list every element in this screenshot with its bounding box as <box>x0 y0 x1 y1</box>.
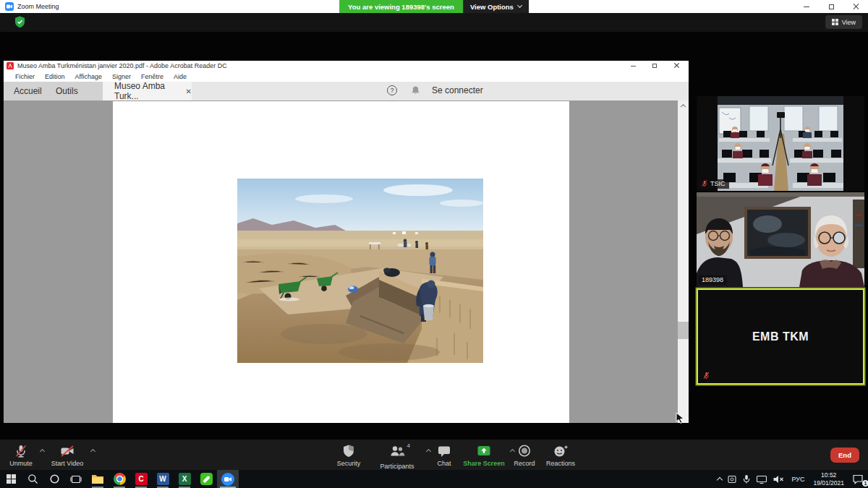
mouse-cursor <box>675 412 685 427</box>
tray-app-icon[interactable] <box>726 470 739 488</box>
menu-signer[interactable]: Signer <box>107 73 136 80</box>
muted-mic-icon <box>702 180 707 187</box>
muted-badge <box>700 371 713 381</box>
reactions-label: Reactions <box>546 460 575 467</box>
acrobat-close-button[interactable] <box>665 61 687 71</box>
word-icon: W <box>157 473 169 485</box>
tab-close-icon[interactable]: ✕ <box>186 87 192 95</box>
zoom-app-icon <box>221 473 234 486</box>
unmute-button[interactable]: Unmute <box>4 443 38 467</box>
window-title: Zoom Meeting <box>17 3 59 10</box>
acrobat-restore-button[interactable] <box>644 61 665 71</box>
shield-icon <box>341 443 357 459</box>
help-icon[interactable]: ? <box>387 85 397 95</box>
document-pane[interactable] <box>4 100 689 423</box>
task-view-button[interactable] <box>65 470 87 488</box>
minimize-icon <box>631 66 636 67</box>
muted-mic-icon <box>703 372 710 380</box>
chrome-button[interactable] <box>109 470 130 488</box>
scrollbar[interactable] <box>678 100 689 423</box>
zoom-app-button[interactable] <box>217 470 239 488</box>
tray-date: 19/01/2021 <box>813 479 844 487</box>
start-video-label: Start Video <box>51 460 83 467</box>
close-icon <box>673 63 679 69</box>
participants-button[interactable]: 4 Participants <box>374 443 420 470</box>
participant-name: TSIC <box>710 180 726 187</box>
view-options-button[interactable]: View Options <box>463 0 529 13</box>
participant-name: EMB TKM <box>752 330 809 343</box>
acrobat-document-title: Museo Amba Turkménistan janvier 2020.pdf… <box>17 62 227 69</box>
excel-icon: X <box>179 473 191 485</box>
participant-tile-tsic[interactable]: TSIC <box>697 96 864 191</box>
word-button[interactable]: W <box>152 470 174 488</box>
reactions-button[interactable]: Reactions <box>542 443 579 467</box>
close-button[interactable] <box>843 0 868 13</box>
tray-mic-icon[interactable] <box>741 470 752 488</box>
participant-name: 189398 <box>702 276 723 283</box>
record-label: Record <box>514 460 535 467</box>
meeting-security-shield-icon[interactable] <box>14 16 25 31</box>
hidden-icons-chevron[interactable] <box>716 470 723 488</box>
close-icon <box>853 4 859 9</box>
menu-fichier[interactable]: Fichier <box>10 73 40 80</box>
notifications-bell-icon[interactable] <box>411 85 420 98</box>
participants-caret[interactable] <box>426 449 431 454</box>
participant-name-badge: TSIC <box>699 179 729 189</box>
menu-edition[interactable]: Edition <box>40 73 70 80</box>
minimize-button[interactable] <box>794 0 819 13</box>
tab-document[interactable]: Museo Amba Turk... ✕ <box>103 82 192 100</box>
c-app-button[interactable]: C <box>130 470 152 488</box>
tray-volume-muted-icon[interactable] <box>771 470 786 488</box>
pdf-file-icon <box>7 62 14 69</box>
record-icon <box>516 443 532 459</box>
windows-logo-icon <box>7 474 16 484</box>
tray-display-icon[interactable] <box>754 470 769 488</box>
zoom-window-titlebar: Zoom Meeting You are viewing 189398's sc… <box>0 0 868 13</box>
restore-button[interactable] <box>819 0 843 13</box>
language-indicator[interactable]: РУС <box>788 470 808 488</box>
viewing-screen-banner: You are viewing 189398's screen <box>339 0 463 13</box>
windows-taskbar: C W X РУС 10:52 19/01/2021 <box>0 470 868 488</box>
meeting-topbar: View <box>0 13 868 32</box>
action-center-button[interactable]: 1 <box>849 470 867 488</box>
acrobat-tabbar: Accueil Outils Museo Amba Turk... ✕ ? Se… <box>4 82 689 100</box>
chat-button[interactable]: Chat <box>431 443 457 467</box>
zoom-app-logo-icon <box>5 2 14 11</box>
video-options-caret[interactable] <box>90 449 95 454</box>
meeting-toolbar: Unmute Start Video Security 4 Participan <box>0 440 868 470</box>
tab-accueil[interactable]: Accueil <box>14 82 42 100</box>
chrome-icon <box>114 473 126 485</box>
menu-fenetre[interactable]: Fenêtre <box>136 73 169 80</box>
file-explorer-button[interactable] <box>87 470 109 488</box>
start-video-button[interactable]: Start Video <box>46 443 88 467</box>
unmute-label: Unmute <box>9 460 33 467</box>
menu-aide[interactable]: Aide <box>169 73 192 80</box>
record-button[interactable]: Record <box>509 443 540 467</box>
sign-in-button[interactable]: Se connecter <box>432 85 483 95</box>
clock[interactable]: 10:52 19/01/2021 <box>810 470 847 488</box>
end-meeting-button[interactable]: End <box>830 448 859 463</box>
chevron-down-icon <box>517 3 522 8</box>
menu-affichage[interactable]: Affichage <box>70 73 107 80</box>
excel-button[interactable]: X <box>174 470 195 488</box>
scrollbar-thumb[interactable] <box>678 322 689 339</box>
security-button[interactable]: Security <box>331 443 366 467</box>
classroom-video <box>718 96 843 191</box>
notification-count-badge: 1 <box>862 480 868 487</box>
gallery-view-button[interactable]: View <box>825 15 862 29</box>
share-screen-icon <box>476 443 492 459</box>
share-screen-button[interactable]: Share Screen <box>461 443 507 467</box>
cortana-button[interactable] <box>43 470 65 488</box>
search-button[interactable] <box>22 470 43 488</box>
participant-tile-emb-tkm-active-speaker[interactable]: EMB TKM <box>697 288 864 385</box>
webcam-video <box>697 192 864 287</box>
participant-tile-189398[interactable]: 189398 <box>697 192 864 287</box>
line-app-button[interactable] <box>195 470 217 488</box>
chat-label: Chat <box>437 460 451 467</box>
line-app-icon <box>200 473 213 485</box>
mic-options-caret[interactable] <box>40 449 45 454</box>
acrobat-minimize-button[interactable] <box>622 61 644 71</box>
scroll-up-icon[interactable] <box>680 104 685 109</box>
start-button[interactable] <box>0 470 22 488</box>
tab-outils[interactable]: Outils <box>56 82 78 100</box>
